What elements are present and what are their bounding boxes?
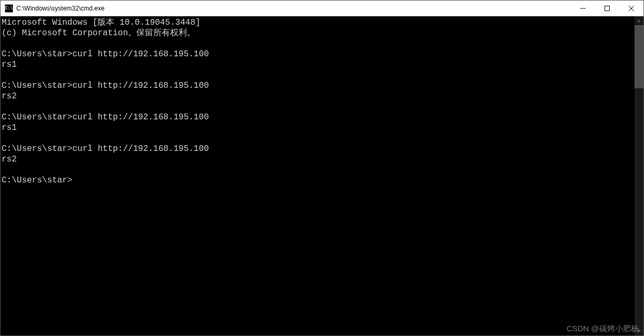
window-title: C:\Windows\system32\cmd.exe — [16, 5, 104, 12]
scroll-up-button[interactable]: ▲ — [635, 16, 643, 25]
window-titlebar[interactable]: C:\ C:\Windows\system32\cmd.exe — [1, 1, 643, 16]
terminal-area: Microsoft Windows [版本 10.0.19045.3448] (… — [1, 16, 643, 335]
minimize-button[interactable] — [571, 1, 595, 16]
maximize-icon — [605, 6, 610, 11]
terminal-output[interactable]: Microsoft Windows [版本 10.0.19045.3448] (… — [1, 16, 635, 335]
maximize-button[interactable] — [595, 1, 619, 16]
cmd-window: C:\ C:\Windows\system32\cmd.exe Microsof… — [0, 0, 644, 336]
window-controls — [571, 1, 643, 16]
close-icon — [629, 6, 634, 11]
cmd-icon: C:\ — [5, 4, 13, 13]
scroll-thumb[interactable] — [635, 25, 643, 88]
minimize-icon — [580, 6, 586, 11]
svg-rect-1 — [605, 6, 610, 11]
close-button[interactable] — [619, 1, 643, 16]
vertical-scrollbar[interactable]: ▲ ▼ — [635, 16, 643, 335]
scroll-down-button[interactable]: ▼ — [635, 327, 643, 335]
